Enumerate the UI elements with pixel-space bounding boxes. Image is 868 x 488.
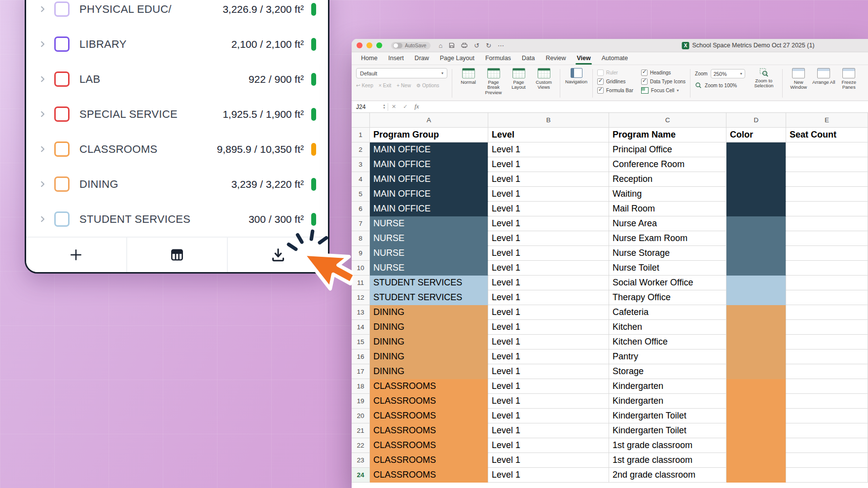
cell-E13[interactable] [786,305,868,320]
cell-A10[interactable]: NURSE [370,261,488,276]
header-cell-D1[interactable]: Color [726,128,786,142]
cell-E19[interactable] [786,394,868,409]
cell-D19[interactable] [726,394,786,409]
cell-A6[interactable]: MAIN OFFICE [370,202,488,216]
sheet-view-exit-button[interactable]: ×Exit [379,83,392,88]
cell-A3[interactable]: MAIN OFFICE [370,157,488,172]
show-ruler[interactable]: Ruler [597,69,633,76]
show-formula-bar[interactable]: Formula Bar [597,87,633,94]
cell-D9[interactable] [726,246,786,261]
cell-C12[interactable]: Therapy Office [609,290,726,305]
row-header-24[interactable]: 24 [352,468,370,483]
cell-E8[interactable] [786,231,868,246]
row-header-6[interactable]: 6 [352,202,370,216]
chevron-right-icon[interactable] [39,180,46,188]
cell-B6[interactable]: Level 1 [488,202,609,216]
page-break-preview-view-button[interactable]: Page Break Preview [482,68,505,99]
navigation-button[interactable]: Navigation [565,68,588,99]
cell-A21[interactable]: CLASSROOMS [370,423,488,438]
cell-D14[interactable] [726,320,786,335]
name-box-stepper[interactable]: ▲▼ [383,104,386,109]
cell-A17[interactable]: DINING [370,364,488,379]
row-header-7[interactable]: 7 [352,216,370,231]
program-checkbox[interactable] [54,71,70,87]
cell-C21[interactable]: Kindergarten Toilet [609,423,726,438]
program-row[interactable]: PHYSICAL EDUC/ 3,226.9 / 3,200 ft² [26,0,328,27]
more-icon[interactable]: ⋯ [498,42,504,49]
cell-E5[interactable] [786,187,868,202]
cell-D21[interactable] [726,423,786,438]
redo-icon[interactable]: ↻ [486,42,491,49]
cell-D22[interactable] [726,438,786,453]
header-cell-B1[interactable]: Level [488,128,609,142]
row-header-20[interactable]: 20 [352,409,370,423]
cell-E14[interactable] [786,320,868,335]
column-header-E[interactable]: E [786,113,868,128]
cell-B11[interactable]: Level 1 [488,276,609,290]
select-all-corner[interactable] [352,113,370,128]
tab-automate[interactable]: Automate [596,53,634,65]
cell-C17[interactable]: Storage [609,364,726,379]
header-cell-A1[interactable]: Program Group [370,128,488,142]
program-row[interactable]: LAB 922 / 900 ft² [26,62,328,97]
cell-C5[interactable]: Waiting [609,187,726,202]
save-icon[interactable] [449,42,455,48]
row-header-11[interactable]: 11 [352,276,370,290]
cell-C14[interactable]: Kitchen [609,320,726,335]
show-gridlines[interactable]: Gridlines [597,78,633,85]
cell-C18[interactable]: Kindergarten [609,379,726,394]
column-header-D[interactable]: D [726,113,786,128]
header-cell-C1[interactable]: Program Name [609,128,726,142]
cell-C15[interactable]: Kitchen Office [609,335,726,349]
cell-B5[interactable]: Level 1 [488,187,609,202]
cell-E4[interactable] [786,172,868,187]
row-header-4[interactable]: 4 [352,172,370,187]
cell-E23[interactable] [786,453,868,468]
row-header-5[interactable]: 5 [352,187,370,202]
cell-E6[interactable] [786,202,868,216]
column-header-A[interactable]: A [370,113,488,128]
program-row[interactable]: SPECIAL SERVICE 1,925.5 / 1,900 ft² [26,97,328,132]
cell-D24[interactable] [726,468,786,483]
cell-B10[interactable]: Level 1 [488,261,609,276]
formula-input[interactable] [422,101,868,112]
zoom-to-selection-button[interactable]: Zoom to Selection [750,68,778,99]
row-header-14[interactable]: 14 [352,320,370,335]
custom-views-view-button[interactable]: Custom Views [532,68,555,99]
program-checkbox[interactable] [54,106,70,122]
cell-E2[interactable] [786,142,868,157]
cell-B13[interactable]: Level 1 [488,305,609,320]
row-header-10[interactable]: 10 [352,261,370,276]
chevron-right-icon[interactable] [39,75,46,83]
row-header-13[interactable]: 13 [352,305,370,320]
row-header-17[interactable]: 17 [352,364,370,379]
tab-insert[interactable]: Insert [383,53,409,65]
cell-D8[interactable] [726,231,786,246]
cell-E7[interactable] [786,216,868,231]
cell-E18[interactable] [786,379,868,394]
cell-B18[interactable]: Level 1 [488,379,609,394]
cell-D4[interactable] [726,172,786,187]
cancel-entry-icon[interactable]: ✕ [388,104,399,110]
cell-E20[interactable] [786,409,868,423]
cell-B2[interactable]: Level 1 [488,142,609,157]
cell-E21[interactable] [786,423,868,438]
gridlines-checkbox[interactable] [597,78,604,85]
cell-B16[interactable]: Level 1 [488,349,609,364]
sheet-view-new-button[interactable]: +New [397,83,411,88]
cell-B19[interactable]: Level 1 [488,394,609,409]
cell-B15[interactable]: Level 1 [488,335,609,349]
cell-A23[interactable]: CLASSROOMS [370,453,488,468]
cell-D6[interactable] [726,202,786,216]
show-headings[interactable]: Headings [641,69,686,76]
cell-A24[interactable]: CLASSROOMS [370,468,488,483]
cell-C22[interactable]: 1st grade classroom [609,438,726,453]
cell-E17[interactable] [786,364,868,379]
column-header-B[interactable]: B [488,113,609,128]
cell-C6[interactable]: Mail Room [609,202,726,216]
cell-D17[interactable] [726,364,786,379]
cell-A15[interactable]: DINING [370,335,488,349]
cell-D18[interactable] [726,379,786,394]
program-row[interactable]: LIBRARY 2,100 / 2,100 ft² [26,27,328,62]
cell-E15[interactable] [786,335,868,349]
